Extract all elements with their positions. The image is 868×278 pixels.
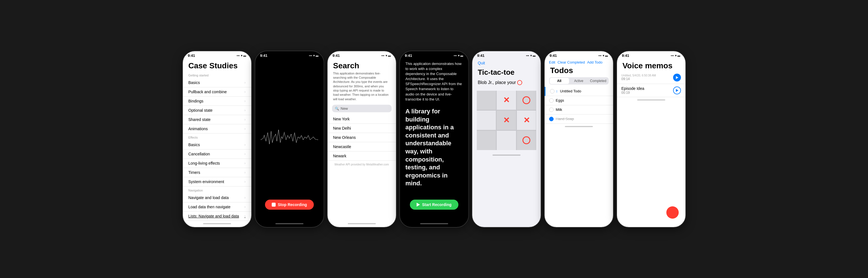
list-item-cancellation[interactable]: Cancellation›	[183, 149, 251, 159]
signal-icon-2: ▪▪▪	[309, 54, 312, 57]
signal-icons-3: ▪▪▪ ▾ ▬	[381, 54, 391, 57]
speech-quote: A library for building applications in a…	[400, 104, 468, 191]
wave-area: Stop Recording	[255, 59, 323, 221]
battery-icon-3: ▬	[388, 54, 391, 57]
play-triangle-0	[676, 76, 678, 79]
speech-wave-area: Start Recording	[400, 191, 468, 221]
todo-item-1[interactable]: Eggs	[545, 96, 613, 105]
memo-item-0[interactable]: Untitled, 5/4/20, 6:50:38 AM 09:14	[617, 71, 685, 84]
todo-item-3[interactable]: Hand Soap	[545, 114, 613, 124]
todo-tabs: All Active Completed	[549, 77, 609, 84]
tab-active[interactable]: Active	[569, 78, 588, 84]
time-3: 9:41	[333, 54, 340, 58]
section-effects: Effects	[183, 134, 251, 140]
memo-item-1[interactable]: Episode Idea 00:19	[617, 84, 685, 97]
search-input-value[interactable]: New	[341, 106, 348, 111]
time-7: 9:41	[622, 54, 629, 58]
list-item-animations[interactable]: Animations›	[183, 124, 251, 134]
start-recording-button[interactable]: Start Recording	[410, 200, 458, 210]
memo-name-1: Episode Idea	[621, 86, 673, 91]
checkbox-1[interactable]	[549, 98, 554, 103]
time-1: 9:41	[188, 54, 195, 58]
case-studies-title: Case Studies	[183, 59, 251, 71]
status-bar-2: 9:41 ▪▪▪ ▾ ▬	[255, 51, 323, 59]
phone-speech: 9:41 ▪▪▪ ▾ ▬ This application demonstrat…	[399, 51, 469, 228]
memo-info-0: Untitled, 5/4/20, 6:50:38 AM 09:14	[621, 74, 673, 81]
result-new-orleans[interactable]: New Orleans	[328, 133, 396, 142]
clear-completed-button[interactable]: Clear Completed	[558, 60, 585, 64]
record-button[interactable]	[666, 206, 679, 219]
cell-0-1[interactable]: ✕	[497, 91, 516, 110]
cell-1-0[interactable]	[477, 111, 496, 130]
edit-button[interactable]: Edit	[549, 60, 555, 64]
list-item-system-env[interactable]: System environment›	[183, 177, 251, 186]
list-item-optional-state[interactable]: Optional state›	[183, 106, 251, 115]
list-item-pullback[interactable]: Pullback and combine›	[183, 88, 251, 97]
battery-icon-7: ▬	[678, 54, 680, 57]
list-item-basics1[interactable]: Basics›	[183, 78, 251, 88]
wifi-icon-2: ▾	[313, 54, 315, 57]
cell-1-2[interactable]: ✕	[517, 111, 536, 130]
time-4: 9:41	[405, 54, 412, 58]
wifi-icon-7: ▾	[675, 54, 677, 57]
phone-case-studies: 9:41 ▪▪▪ ▾ ▬ Case Studies Getting starte…	[182, 51, 252, 228]
tab-completed[interactable]: Completed	[588, 78, 608, 84]
signal-icon-6: ▪▪▪	[598, 54, 601, 57]
signal-icon-4: ▪▪▪	[454, 54, 457, 57]
x-mark-1-1: ✕	[503, 116, 509, 125]
home-indicator-3	[348, 223, 376, 224]
wifi-icon-3: ▾	[385, 54, 387, 57]
checkbox-3[interactable]	[549, 117, 554, 121]
cell-2-1[interactable]	[497, 131, 516, 150]
phone-voice-memos: 9:41 ▪▪▪ ▾ ▬ Voice memos Untitled, 5/4/2…	[616, 51, 686, 228]
stop-recording-button[interactable]: Stop Recording	[265, 200, 314, 210]
search-description: This application demonstrates live-searc…	[328, 71, 396, 104]
list-item-lists-navigate[interactable]: Lists: Navigate and load data›	[183, 212, 251, 221]
status-bar-6: 9:41 ▪▪▪ ▾ ▬	[545, 51, 613, 59]
checkbox-0[interactable]	[550, 89, 554, 94]
cell-0-0[interactable]	[477, 91, 496, 110]
search-icon: 🔍	[335, 107, 339, 111]
cell-1-1[interactable]: ✕	[497, 111, 516, 130]
list-item-navigate-load[interactable]: Navigate and load data›	[183, 193, 251, 202]
memo-play-1[interactable]	[673, 86, 681, 94]
todo-item-2[interactable]: Milk	[545, 105, 613, 114]
cell-2-2[interactable]	[517, 131, 536, 150]
status-bar-7: 9:41 ▪▪▪ ▾ ▬	[617, 51, 685, 59]
screen-container: 9:41 ▪▪▪ ▾ ▬ Case Studies Getting starte…	[182, 51, 686, 228]
home-indicator-5	[493, 154, 521, 155]
list-item-bindings[interactable]: Bindings›	[183, 97, 251, 106]
cell-0-2[interactable]	[517, 91, 536, 110]
quit-button[interactable]: Quit	[472, 59, 541, 67]
list-item-long-living[interactable]: Long-living effects›	[183, 159, 251, 168]
battery-icon-6: ▬	[605, 54, 608, 57]
todo-item-0[interactable]: | Untitled Todo	[545, 87, 613, 96]
time-5: 9:41	[477, 54, 485, 58]
signal-icons-7: ▪▪▪ ▾ ▬	[671, 54, 680, 57]
checkbox-2[interactable]	[549, 107, 554, 112]
result-newcastle[interactable]: Newcastle	[328, 142, 396, 151]
battery-icon-5: ▬	[533, 54, 536, 57]
wifi-icon: ▾	[241, 54, 242, 57]
search-bar[interactable]: 🔍 New	[332, 105, 392, 112]
x-mark-1-2: ✕	[523, 116, 530, 125]
result-new-york[interactable]: New York	[328, 114, 396, 124]
list-item-shared-state[interactable]: Shared state›	[183, 115, 251, 124]
result-new-delhi[interactable]: New Delhi	[328, 124, 396, 133]
battery-icon-2: ▬	[316, 54, 319, 57]
signal-icon-7: ▪▪▪	[671, 54, 674, 57]
todo-text-0: Untitled Todo	[560, 89, 581, 93]
todos-title: Todos	[545, 66, 613, 77]
ttt-grid[interactable]: ✕ ✕ ✕	[477, 91, 536, 150]
cell-2-0[interactable]	[477, 131, 496, 150]
memo-play-0[interactable]	[673, 74, 681, 81]
list-item-load-navigate[interactable]: Load data then navigate›	[183, 202, 251, 212]
list-item-basics2[interactable]: Basics›	[183, 140, 251, 149]
result-newark[interactable]: Newark	[328, 151, 396, 161]
todo-text-3: Hand Soap	[556, 117, 574, 121]
memo-info-1: Episode Idea 00:19	[621, 86, 673, 95]
signal-icon-3: ▪▪▪	[381, 54, 384, 57]
add-todo-button[interactable]: Add Todo	[587, 60, 602, 64]
tab-all[interactable]: All	[550, 78, 569, 84]
list-item-timers[interactable]: Timers›	[183, 168, 251, 177]
